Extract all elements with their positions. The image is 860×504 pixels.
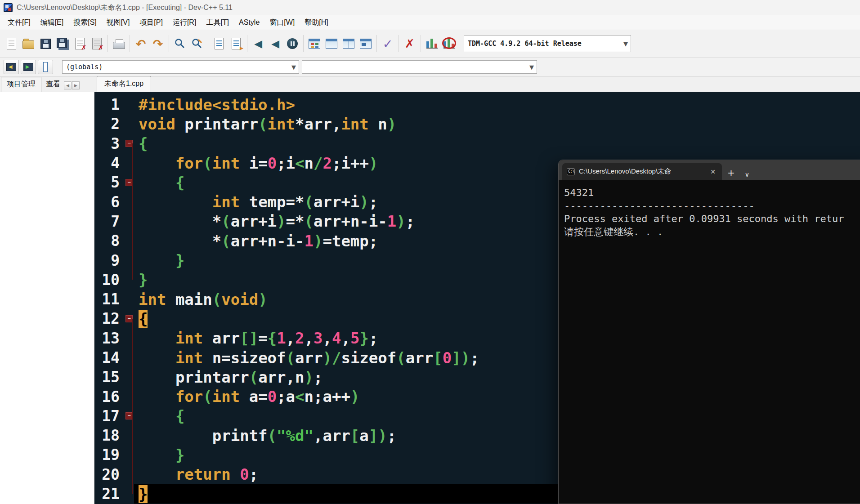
editor-tab-untitled1[interactable]: 未命名1.cpp (97, 76, 151, 92)
run-icon (326, 39, 337, 49)
browser-toolbar: (globals) ▼ ▼ (0, 58, 860, 77)
close-file-button[interactable] (71, 34, 88, 54)
toolbar-separator (169, 35, 169, 52)
line-number: 14 (94, 349, 134, 366)
stop-execution-button[interactable]: ✗ (401, 34, 418, 54)
fold-marker-icon[interactable]: − (125, 179, 133, 186)
undo-button[interactable]: ↶ (132, 34, 149, 54)
save-all-button[interactable] (54, 34, 71, 54)
run-button[interactable] (323, 34, 340, 54)
compiler-select[interactable]: TDM-GCC 4.9.2 64-bit Release ▼ (464, 35, 631, 52)
profile-chart-icon (426, 39, 438, 49)
profile-button[interactable] (423, 34, 440, 54)
check-icon: ✓ (383, 37, 393, 51)
line-number: 18 (94, 427, 134, 444)
compiler-select-value: TDM-GCC 4.9.2 64-bit Release (468, 40, 582, 48)
tab-strip: 项目管理 查看 ◀ ▶ 未命名1.cpp (0, 77, 860, 92)
compile-run-icon (343, 39, 354, 49)
menu-item[interactable]: 搜索[S] (68, 16, 102, 30)
fold-marker-icon[interactable]: − (125, 315, 133, 322)
toggle-column-button[interactable] (38, 60, 53, 74)
code-line: 2void printarr(int*arr,int n) (94, 114, 860, 134)
save-button[interactable] (37, 34, 54, 54)
redo-button[interactable]: ↷ (149, 34, 166, 54)
column-icon (43, 62, 48, 72)
menu-item[interactable]: 文件[F] (3, 16, 36, 30)
goto-function-icon (232, 38, 241, 49)
line-number: 1 (94, 96, 134, 113)
terminal-window[interactable]: C:\ C:\Users\Lenovo\Desktop\未命 ✕ + ∨ 543… (558, 160, 860, 504)
open-file-button[interactable] (20, 34, 37, 54)
goto-line-button[interactable] (211, 34, 228, 54)
tab-project-manager[interactable]: 项目管理 (1, 77, 41, 92)
main-toolbar: ↶ ↷ ◀ ◀ ✓ ✗ TDM-GCC 4.9.2 64-bit Release… (0, 30, 860, 58)
chevron-down-icon: ▼ (623, 40, 628, 47)
line-number: 10 (94, 271, 134, 289)
terminal-output: 54321--------------------------------Pro… (559, 180, 860, 238)
tab-view[interactable]: 查看 (42, 77, 64, 92)
find-button[interactable] (171, 34, 188, 54)
line-number: 3− (94, 135, 134, 152)
toolbar-separator (130, 35, 130, 52)
toolbar-separator (399, 35, 399, 52)
terminal-tab-title: C:\Users\Lenovo\Desktop\未命 (579, 167, 704, 176)
open-folder-icon (22, 40, 34, 49)
globals-select[interactable]: (globals) ▼ (62, 60, 299, 74)
syntax-check-button[interactable]: ✓ (379, 34, 396, 54)
pause-icon (287, 38, 298, 49)
toolbar-separator (303, 35, 304, 52)
terminal-line: Process exited after 0.09931 seconds wit… (564, 212, 860, 225)
menu-item[interactable]: 视图[V] (102, 16, 135, 30)
members-select[interactable]: ▼ (302, 60, 537, 74)
menu-item[interactable]: AStyle (234, 16, 264, 29)
redo-icon: ↷ (153, 37, 163, 51)
menu-item[interactable]: 编辑[E] (36, 16, 69, 30)
tab-scroll-left-button[interactable]: ◀ (64, 81, 72, 89)
menu-item[interactable]: 项目[P] (134, 16, 168, 30)
back-arrow-icon: ◀ (254, 38, 262, 49)
tab-scroll-right-button[interactable]: ▶ (72, 81, 80, 89)
profile-stop-icon (443, 39, 455, 49)
chevron-down-icon: ▼ (529, 64, 534, 71)
fold-marker-icon[interactable]: − (125, 412, 133, 419)
line-number: 4 (94, 154, 134, 172)
terminal-tab-close-icon[interactable]: ✕ (708, 167, 717, 176)
menu-item[interactable]: 工具[T] (201, 16, 234, 30)
goto-prev-button[interactable]: ◀ (250, 34, 267, 54)
line-number: 2 (94, 115, 134, 133)
window-green-arrow-icon (23, 63, 33, 71)
undo-icon: ↶ (136, 37, 146, 51)
project-manager-panel[interactable] (0, 92, 94, 504)
toolbar-separator (247, 35, 247, 52)
toolbar-separator (108, 35, 108, 52)
rebuild-icon (360, 39, 372, 49)
line-number: 16 (94, 388, 134, 406)
code-line: 1#include<stdio.h> (94, 95, 860, 114)
compile-run-button[interactable] (340, 34, 357, 54)
menu-item[interactable]: 帮助[H] (300, 16, 333, 30)
print-button[interactable] (110, 34, 127, 54)
line-number: 15 (94, 368, 134, 386)
replace-icon (191, 38, 203, 49)
terminal-tab[interactable]: C:\ C:\Users\Lenovo\Desktop\未命 ✕ (562, 163, 722, 180)
fold-marker-icon[interactable]: − (125, 140, 133, 147)
line-number: 9 (94, 252, 134, 269)
terminal-new-tab-button[interactable]: + (722, 167, 740, 180)
rebuild-all-button[interactable] (357, 34, 374, 54)
terminal-dropdown-button[interactable]: ∨ (740, 171, 754, 180)
profile-stop-button[interactable] (440, 34, 457, 54)
pause-program-button[interactable] (284, 34, 301, 54)
replace-button[interactable] (188, 34, 206, 54)
compile-button[interactable] (306, 34, 323, 54)
goto-declaration-button[interactable] (4, 60, 19, 74)
goto-next-button[interactable]: ◀ (267, 34, 284, 54)
globals-select-value: (globals) (66, 63, 103, 71)
menu-item[interactable]: 运行[R] (168, 16, 201, 30)
line-number: 5− (94, 174, 134, 191)
goto-function-button[interactable] (228, 34, 245, 54)
goto-implementation-button[interactable] (21, 60, 36, 74)
close-all-button[interactable] (88, 34, 105, 54)
menu-item[interactable]: 窗口[W] (264, 16, 300, 30)
cmd-icon: C:\ (567, 168, 575, 175)
new-file-button[interactable] (3, 34, 20, 54)
